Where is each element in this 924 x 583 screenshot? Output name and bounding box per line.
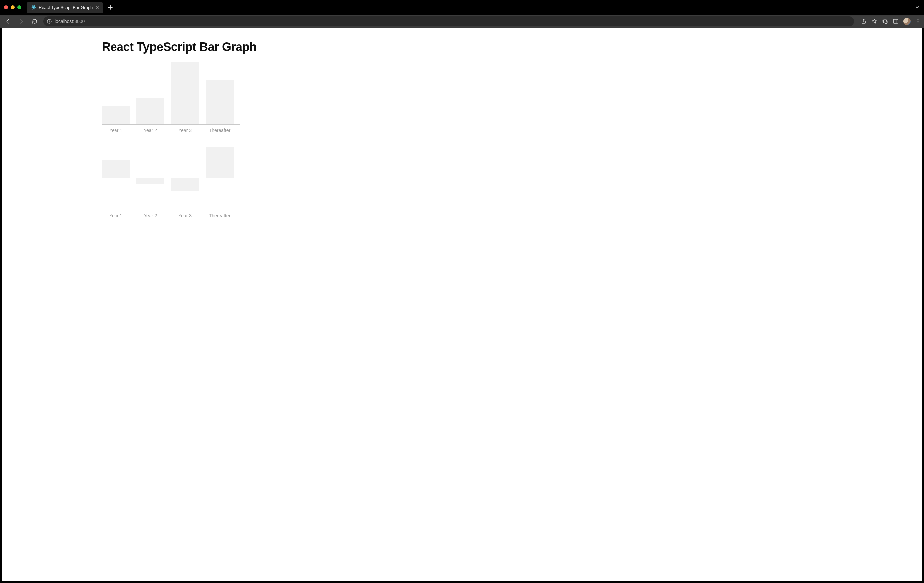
chart-0-labels: Year 1Year 2Year 3Thereafter — [102, 128, 240, 133]
forward-button[interactable] — [16, 16, 26, 26]
back-button[interactable] — [3, 16, 13, 26]
sidepanel-icon[interactable] — [893, 18, 899, 24]
chart-column — [102, 61, 130, 124]
chart-bar — [171, 62, 199, 124]
chart-category-label: Thereafter — [206, 128, 234, 133]
tab-close-button[interactable] — [95, 6, 99, 9]
chart-category-label: Year 1 — [102, 128, 130, 133]
svg-point-11 — [918, 21, 919, 22]
chart-column — [102, 147, 130, 210]
svg-point-12 — [918, 23, 919, 24]
chart-category-label: Year 2 — [137, 213, 165, 218]
chart-column — [206, 147, 234, 210]
share-icon[interactable] — [861, 18, 867, 24]
chart-0: Year 1Year 2Year 3Thereafter — [102, 61, 240, 133]
tab-strip: React TypeScript Bar Graph — [0, 0, 924, 15]
new-tab-button[interactable] — [106, 3, 115, 12]
chart-bar — [206, 147, 234, 178]
chart-baseline — [102, 124, 240, 125]
react-icon — [31, 5, 36, 10]
chart-column — [137, 61, 165, 124]
tabs-menu-button[interactable] — [913, 3, 921, 11]
chart-column — [171, 61, 199, 124]
browser-chrome: React TypeScript Bar Graph l — [0, 0, 924, 28]
window-close-button[interactable] — [4, 5, 8, 9]
chart-0-plot — [102, 61, 240, 124]
tab-title: React TypeScript Bar Graph — [39, 5, 92, 10]
site-info-icon[interactable] — [46, 19, 52, 24]
chart-1: Year 1Year 2Year 3Thereafter — [102, 147, 240, 218]
chart-bar — [102, 160, 130, 178]
chart-column — [171, 147, 199, 210]
window-zoom-button[interactable] — [17, 5, 21, 9]
chart-category-label: Year 2 — [137, 128, 165, 133]
chart-1-plot — [102, 147, 240, 210]
page-title: React TypeScript Bar Graph — [102, 40, 922, 54]
profile-avatar[interactable] — [903, 18, 911, 25]
page-root: React TypeScript Bar Graph Year 1Year 2Y… — [2, 28, 922, 252]
chart-column — [206, 61, 234, 124]
kebab-menu-icon[interactable] — [915, 19, 921, 24]
svg-point-0 — [33, 7, 34, 8]
chart-category-label: Year 3 — [171, 128, 199, 133]
svg-point-10 — [918, 19, 919, 20]
chart-bar — [102, 106, 130, 124]
browser-toolbar: localhost:3000 — [0, 15, 924, 28]
bookmark-star-icon[interactable] — [871, 18, 878, 24]
chart-bar — [171, 178, 199, 191]
chart-category-label: Thereafter — [206, 213, 234, 218]
reload-button[interactable] — [30, 16, 39, 26]
window-minimize-button[interactable] — [11, 5, 15, 9]
window-controls — [3, 5, 24, 9]
url-text: localhost:3000 — [54, 19, 84, 24]
chart-category-label: Year 1 — [102, 213, 130, 218]
chart-bar — [137, 98, 165, 124]
page-viewport: React TypeScript Bar Graph Year 1Year 2Y… — [2, 28, 922, 581]
address-bar[interactable]: localhost:3000 — [43, 16, 854, 26]
extensions-icon[interactable] — [882, 18, 888, 24]
resize-handle-icon[interactable] — [919, 578, 924, 583]
svg-rect-8 — [893, 19, 898, 23]
chart-column — [137, 147, 165, 210]
chart-bar — [137, 178, 165, 184]
url-path: 3000 — [74, 19, 84, 24]
url-host: localhost: — [54, 19, 74, 24]
chart-category-label: Year 3 — [171, 213, 199, 218]
browser-tab[interactable]: React TypeScript Bar Graph — [26, 2, 103, 13]
chart-1-labels: Year 1Year 2Year 3Thereafter — [102, 213, 240, 218]
toolbar-right — [858, 18, 921, 25]
chart-bar — [206, 80, 234, 124]
